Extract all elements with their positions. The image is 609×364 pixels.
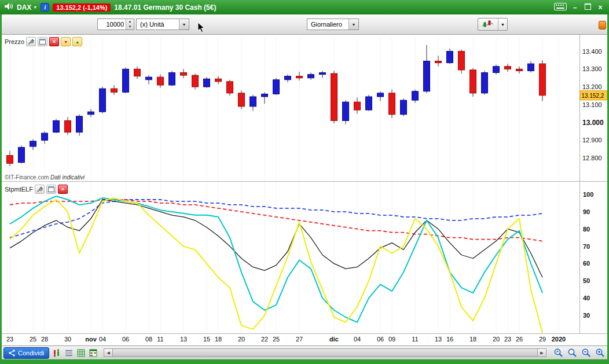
candle-body (181, 73, 187, 76)
instrument-selector[interactable]: DAX ▼ (17, 3, 37, 12)
zoom-in-icon[interactable] (594, 347, 606, 358)
indicator-panel-header: StpmtELF × (3, 184, 69, 194)
candle-body (412, 91, 419, 100)
info-icon[interactable]: i (41, 3, 49, 12)
mouse-cursor (197, 22, 205, 35)
spinner-down-icon[interactable]: ▼ (126, 24, 134, 30)
instrument-name: DAX (17, 3, 31, 12)
candle-body (331, 73, 337, 120)
keyboard-icon[interactable] (554, 3, 567, 12)
svg-text:13.400: 13.400 (582, 48, 602, 55)
price-panel-header: Prezzo × ▼ ▲ (3, 36, 84, 47)
svg-text:23: 23 (504, 336, 511, 343)
svg-text:06: 06 (122, 336, 129, 343)
scroll-right-icon[interactable]: ▶ (538, 349, 546, 356)
candle-body (169, 73, 175, 86)
unit-dropdown-value: (x) Unità (137, 19, 179, 30)
candle-body (470, 70, 476, 93)
indicative-data-note: Dati indicativi (50, 174, 85, 181)
svg-text:15: 15 (203, 336, 210, 343)
candle-body (493, 67, 500, 73)
provider-watermark: ©IT-Finance.com Dati indicativi (5, 174, 85, 181)
candle-body (540, 64, 546, 95)
svg-text:13.100: 13.100 (582, 101, 602, 108)
zoom-selection-icon[interactable] (566, 347, 578, 358)
candle-body (354, 102, 361, 110)
candle-body (100, 89, 106, 112)
horizontal-scrollbar[interactable]: ◀ ▶ (104, 348, 546, 357)
watchlist-grid-icon[interactable] (88, 348, 98, 358)
zoom-auto-icon[interactable] (552, 347, 564, 358)
provider-name: ©IT-Finance.com (5, 174, 49, 181)
timeframe-dropdown-arrow-icon[interactable]: ▼ (348, 19, 358, 30)
candle-body (19, 148, 25, 163)
unit-dropdown[interactable]: (x) Unità ▼ (136, 19, 189, 30)
indicator-panel-title: StpmtELF (5, 186, 33, 193)
candle-body (296, 76, 303, 78)
candle-body (76, 116, 83, 133)
maximize-button[interactable] (583, 3, 592, 12)
candle-body (88, 112, 94, 115)
svg-text:30: 30 (64, 336, 71, 343)
candle-body (366, 97, 372, 110)
svg-text:11: 11 (157, 336, 163, 343)
candle-body (7, 155, 13, 163)
wrench-icon[interactable] (26, 37, 36, 46)
candle-body (192, 75, 199, 87)
svg-text:06: 06 (377, 336, 384, 343)
close-button[interactable]: × (596, 3, 605, 12)
timeframe-dropdown-value: Giornaliero (307, 19, 348, 30)
speaker-icon[interactable] (4, 2, 13, 12)
candle-body (146, 77, 152, 80)
price-indicator-chart[interactable]: 13.40013.30013.20013.10013.00012.90012.8… (2, 35, 607, 345)
svg-text:50: 50 (583, 277, 590, 284)
candle-body (111, 89, 118, 92)
spinner-up-icon[interactable]: ▲ (126, 19, 134, 24)
svg-text:70: 70 (583, 243, 590, 250)
scrollbar-thumb[interactable] (112, 349, 538, 356)
svg-text:nov: nov (85, 336, 97, 343)
panel-window-icon[interactable] (38, 37, 47, 46)
buy-sell-markers-icon[interactable] (52, 348, 61, 358)
timeframe-dropdown[interactable]: Giornaliero ▼ (307, 19, 359, 30)
move-panel-up-icon[interactable]: ▲ (72, 37, 82, 46)
scroll-left-icon[interactable]: ◀ (104, 349, 112, 356)
grid-view-icon[interactable] (76, 348, 86, 358)
chart-area: 13.40013.30013.20013.10013.00012.90012.8… (2, 35, 607, 345)
price-axis-labels: 13.40013.30013.20013.10013.00012.90012.8… (582, 48, 604, 162)
candle-body (227, 82, 233, 93)
instrument-list-icon[interactable] (64, 348, 74, 358)
svg-text:04: 04 (354, 336, 361, 343)
chart-toolbar: ▲ ▼ (x) Unità ▼ Giornaliero ▼ ▼ (2, 14, 607, 35)
svg-text:29: 29 (539, 336, 546, 343)
svg-text:18: 18 (469, 336, 476, 343)
svg-text:30: 30 (583, 312, 590, 319)
unit-dropdown-arrow-icon[interactable]: ▼ (179, 19, 189, 30)
price-change-badge: 13.152,2 (-1,14%) (53, 3, 111, 12)
wrench-icon[interactable] (35, 185, 45, 194)
candle-body (401, 100, 407, 115)
svg-text:12.800: 12.800 (582, 155, 602, 161)
candle-body (262, 94, 268, 97)
svg-text:11: 11 (412, 336, 418, 343)
quantity-input[interactable] (98, 19, 126, 30)
chart-style-arrow-icon[interactable]: ▼ (498, 19, 507, 30)
chevron-down-icon: ▼ (33, 5, 37, 9)
price-panel-title: Prezzo (5, 38, 24, 45)
side-panel-toggle-icon[interactable] (599, 21, 606, 30)
move-panel-down-icon[interactable]: ▼ (61, 37, 71, 46)
zoom-out-icon[interactable] (580, 347, 592, 358)
svg-text:08: 08 (145, 336, 152, 343)
panel-window-icon[interactable] (46, 185, 56, 194)
candle-body (458, 52, 465, 70)
maximize-icon (585, 3, 591, 10)
chart-style-button[interactable]: ▼ (478, 18, 508, 31)
svg-text:13.300: 13.300 (582, 65, 602, 72)
svg-text:40: 40 (583, 295, 590, 302)
close-panel-icon[interactable]: × (49, 37, 59, 46)
close-panel-icon[interactable]: × (58, 185, 68, 194)
svg-text:12.900: 12.900 (582, 137, 602, 144)
share-button[interactable]: Condividi (3, 347, 49, 359)
candle-body (30, 141, 36, 146)
minimize-button[interactable]: – (570, 3, 579, 12)
